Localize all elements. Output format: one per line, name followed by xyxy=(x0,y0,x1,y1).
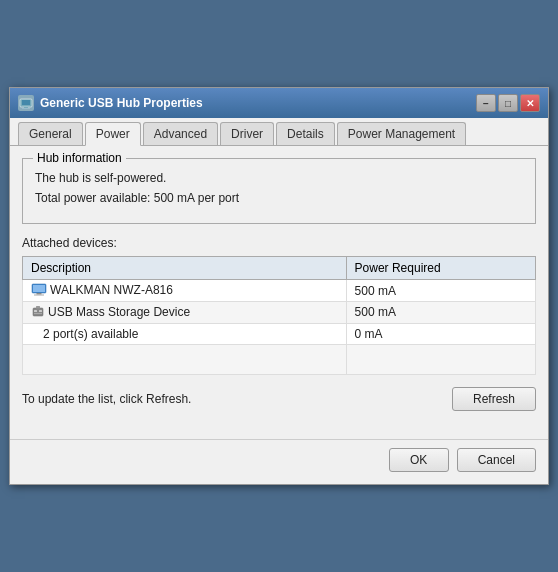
svg-rect-1 xyxy=(22,100,30,105)
device-table: Description Power Required WALKMAN NWZ-A… xyxy=(22,256,536,375)
refresh-button[interactable]: Refresh xyxy=(452,387,536,411)
hub-info-title: Hub information xyxy=(33,151,126,165)
tab-general[interactable]: General xyxy=(18,122,83,145)
title-bar: Generic USB Hub Properties − □ ✕ xyxy=(10,88,548,118)
maximize-button[interactable]: □ xyxy=(498,94,518,112)
svg-rect-6 xyxy=(37,293,42,295)
hub-info-line2: Total power available: 500 mA per port xyxy=(35,191,523,205)
svg-rect-10 xyxy=(39,310,42,312)
table-row: USB Mass Storage Device 500 mA xyxy=(23,302,536,324)
title-bar-left: Generic USB Hub Properties xyxy=(18,95,203,111)
svg-rect-9 xyxy=(34,310,37,312)
refresh-row: To update the list, click Refresh. Refre… xyxy=(22,387,536,419)
tab-power-management[interactable]: Power Management xyxy=(337,122,466,145)
monitor-icon xyxy=(31,283,47,297)
hub-info-content: The hub is self-powered. Total power ava… xyxy=(35,167,523,205)
properties-window: Generic USB Hub Properties − □ ✕ General… xyxy=(9,87,549,485)
svg-rect-3 xyxy=(22,108,30,109)
tab-content: Hub information The hub is self-powered.… xyxy=(10,146,548,439)
svg-rect-11 xyxy=(34,313,42,314)
col-power: Power Required xyxy=(346,257,535,280)
tabs-bar: General Power Advanced Driver Details Po… xyxy=(10,118,548,146)
table-row: WALKMAN NWZ-A816 500 mA xyxy=(23,280,536,302)
tab-driver[interactable]: Driver xyxy=(220,122,274,145)
attached-devices-label: Attached devices: xyxy=(22,236,536,250)
usb-icon xyxy=(31,305,45,319)
refresh-text: To update the list, click Refresh. xyxy=(22,392,191,406)
tab-details[interactable]: Details xyxy=(276,122,335,145)
cancel-button[interactable]: Cancel xyxy=(457,448,536,472)
ok-button[interactable]: OK xyxy=(389,448,449,472)
svg-rect-5 xyxy=(33,285,45,292)
tab-advanced[interactable]: Advanced xyxy=(143,122,218,145)
minimize-button[interactable]: − xyxy=(476,94,496,112)
device-power-1: 500 mA xyxy=(346,280,535,302)
device-power-2: 500 mA xyxy=(346,302,535,324)
device-power-3: 0 mA xyxy=(346,323,535,344)
close-button[interactable]: ✕ xyxy=(520,94,540,112)
hub-info-group: Hub information The hub is self-powered.… xyxy=(22,158,536,224)
svg-rect-12 xyxy=(36,306,40,309)
table-header-row: Description Power Required xyxy=(23,257,536,280)
bottom-buttons: OK Cancel xyxy=(10,439,548,484)
device-name-3: 2 port(s) available xyxy=(23,323,347,344)
tab-power[interactable]: Power xyxy=(85,122,141,146)
table-row: 2 port(s) available 0 mA xyxy=(23,323,536,344)
device-name-1: WALKMAN NWZ-A816 xyxy=(23,280,347,302)
hub-info-line1: The hub is self-powered. xyxy=(35,171,523,185)
title-controls: − □ ✕ xyxy=(476,94,540,112)
table-row-empty xyxy=(23,344,536,374)
svg-rect-7 xyxy=(34,295,44,296)
window-icon xyxy=(18,95,34,111)
col-description: Description xyxy=(23,257,347,280)
window-title: Generic USB Hub Properties xyxy=(40,96,203,110)
device-name-2: USB Mass Storage Device xyxy=(23,302,347,324)
